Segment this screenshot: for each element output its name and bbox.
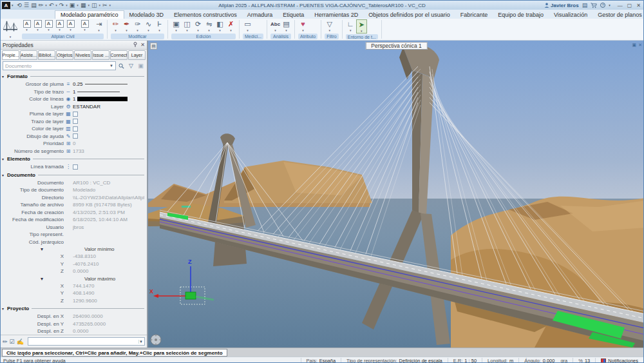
ribbon-tab-7[interactable]: Fabricante bbox=[455, 11, 493, 19]
pick-pen-icon[interactable]: ✏ bbox=[3, 338, 8, 345]
property-row[interactable]: Z0.0000 bbox=[2, 268, 144, 275]
dropdown-caret-icon[interactable]: ▾ bbox=[99, 3, 100, 7]
panel-filter-icon[interactable]: ▽ bbox=[127, 62, 135, 70]
property-row[interactable]: Tipo de documentoModelado bbox=[2, 186, 144, 194]
property-row[interactable]: Prioridad⊞0 bbox=[2, 140, 144, 148]
property-value[interactable]: 408.1490 bbox=[73, 290, 144, 296]
modify-pin-icon[interactable]: ✒▾ bbox=[121, 19, 132, 32]
dropdown-caret-icon[interactable]: ▾ bbox=[88, 3, 90, 7]
dropdown-caret-icon[interactable]: ▾ bbox=[109, 3, 111, 7]
dropdown-caret-icon[interactable]: ▾ bbox=[77, 3, 79, 7]
section-header[interactable]: ▾Documento bbox=[2, 171, 144, 179]
menu-icon[interactable]: ☰ bbox=[24, 2, 29, 8]
property-value[interactable]: jbros bbox=[73, 224, 144, 230]
property-row[interactable]: Color de líneas◉1 bbox=[2, 95, 144, 103]
property-row[interactable]: Dibujo de ayuda✎ bbox=[2, 133, 144, 141]
property-value[interactable]: ESTANDAR bbox=[73, 104, 144, 110]
bridge-modeler-icon[interactable]: ▾ bbox=[1, 19, 20, 40]
checkbox[interactable] bbox=[73, 164, 78, 170]
panel-tab-7[interactable]: Layer bbox=[128, 50, 146, 60]
property-value[interactable]: -438.8310 bbox=[73, 253, 144, 259]
cut-icon[interactable]: ✂ bbox=[102, 2, 108, 8]
viewport-menu-icon[interactable]: ▤ bbox=[150, 43, 157, 50]
delete-icon[interactable]: ✗▾ bbox=[225, 19, 236, 32]
panel-search-icon[interactable] bbox=[117, 62, 126, 70]
mirror-icon[interactable]: ⇋▾ bbox=[204, 19, 214, 32]
status-item-2[interactable]: E.R:1 : 50 bbox=[448, 358, 482, 363]
property-row[interactable]: Tipo represent. bbox=[2, 231, 144, 239]
report-icon[interactable]: ▤▾ bbox=[281, 19, 292, 32]
modify-pen-icon[interactable]: ✏▾ bbox=[110, 19, 121, 32]
user-chip[interactable]: Javier Bros bbox=[544, 3, 579, 8]
property-row[interactable]: Despl. en Y4735265.0000 bbox=[2, 320, 144, 328]
app-menu-caret-icon[interactable]: ▾ bbox=[12, 3, 14, 7]
ribbon-tab-10[interactable]: Gestor de planos bbox=[592, 11, 644, 19]
parametric-point-icon[interactable]: A▾ bbox=[21, 19, 32, 32]
property-value[interactable]: 0.0000 bbox=[73, 328, 144, 334]
app-logo[interactable]: A bbox=[2, 2, 10, 9]
property-value[interactable]: 8959 KB (9174798 Bytes) bbox=[73, 202, 144, 208]
apply-properties-icon[interactable]: ✍ bbox=[17, 338, 24, 345]
match-properties-icon[interactable]: ☑ bbox=[10, 338, 15, 345]
property-value[interactable]: 1 bbox=[73, 96, 144, 102]
color-swatch[interactable] bbox=[77, 97, 128, 101]
property-row[interactable]: Y-4076.2410 bbox=[2, 260, 144, 268]
property-value[interactable]: 1290.9600 bbox=[73, 298, 144, 304]
redo-icon[interactable]: ↷ bbox=[59, 2, 64, 8]
filter-funnel-icon[interactable]: ▽▾ bbox=[324, 19, 335, 32]
property-row[interactable]: Cód. jerárquico bbox=[2, 239, 144, 246]
navigation-compass-icon[interactable] bbox=[151, 335, 161, 345]
ribbon-tab-6[interactable]: Objetos definidos por el usuario bbox=[363, 11, 455, 19]
checkbox[interactable] bbox=[73, 112, 78, 117]
status-item-0[interactable]: País:España bbox=[301, 358, 341, 363]
property-row[interactable]: Grosor de pluma≡0.25 bbox=[2, 81, 144, 88]
dropdown-caret-icon[interactable]: ▾ bbox=[66, 3, 68, 7]
parametric-delete-icon[interactable]: A▾ bbox=[65, 19, 76, 32]
help-icon[interactable]: ? bbox=[600, 3, 605, 8]
property-row[interactable]: Usuariojbros bbox=[2, 224, 144, 231]
panel-tab-3[interactable]: Objetos bbox=[56, 50, 73, 60]
property-row[interactable]: X-438.8310 bbox=[2, 253, 144, 260]
save-icon[interactable]: ▤ bbox=[31, 2, 37, 8]
cart-icon[interactable] bbox=[591, 3, 597, 8]
section-collapse-icon[interactable]: ▾ bbox=[2, 74, 7, 79]
section-header[interactable]: ▾Valor máximo bbox=[2, 275, 144, 282]
section-collapse-icon[interactable]: ▾ bbox=[41, 246, 46, 252]
property-value[interactable]: 1733 bbox=[73, 148, 144, 154]
section-header[interactable]: ▾Formato bbox=[2, 72, 144, 81]
panel-tab-6[interactable]: Connect bbox=[110, 50, 128, 60]
text-analysis-icon[interactable]: Abc▾ bbox=[270, 19, 281, 32]
property-value[interactable]: AR100 : VC_CD bbox=[73, 180, 144, 186]
window-icon[interactable]: ▦ bbox=[80, 2, 86, 8]
property-row[interactable]: Y408.1490 bbox=[2, 289, 144, 297]
property-row[interactable]: Línea tramada⋮ bbox=[2, 163, 144, 171]
property-value[interactable]: 0 bbox=[73, 141, 144, 146]
modify-height-icon[interactable]: Ⱶ▾ bbox=[154, 19, 165, 32]
minimize-button[interactable]: — bbox=[618, 3, 623, 8]
panel-tab-1[interactable]: Asiste... bbox=[20, 50, 37, 60]
property-row[interactable]: Número de segmento⊞1733 bbox=[2, 148, 144, 155]
notifications-button[interactable]: Notificaciones bbox=[595, 358, 643, 363]
stretch-icon[interactable]: ◧▾ bbox=[214, 19, 225, 32]
ribbon-tab-4[interactable]: Etiqueta bbox=[278, 11, 309, 19]
undo-icon[interactable]: ↶ bbox=[49, 2, 54, 8]
section-header[interactable]: ▾Proyecto bbox=[2, 304, 144, 313]
property-row[interactable]: Color de layer▥ bbox=[2, 125, 144, 133]
measure-icon[interactable]: ▭▾ bbox=[242, 19, 253, 32]
selection-env-icon[interactable]: ➤▾ bbox=[356, 19, 367, 34]
property-value[interactable]: 4/13/2025, 2:51:03 PM bbox=[73, 210, 144, 215]
modify-spline-icon[interactable]: ∿▾ bbox=[143, 19, 154, 32]
copy-element-icon[interactable]: ▣▾ bbox=[171, 19, 182, 32]
property-value[interactable] bbox=[73, 164, 144, 170]
property-value[interactable]: 6/18/2025, 10:44:10 AM bbox=[73, 217, 144, 222]
property-row[interactable]: Fecha de modificación6/18/2025, 10:44:10… bbox=[2, 216, 144, 224]
property-row[interactable]: Tamaño de archivo8959 KB (9174798 Bytes) bbox=[2, 201, 144, 209]
panel-tab-2[interactable]: Bibliot... bbox=[38, 50, 55, 60]
parametric-line-icon[interactable]: A▾ bbox=[32, 19, 43, 32]
attribute-icon[interactable]: ♥▾ bbox=[298, 19, 308, 32]
property-value[interactable] bbox=[73, 112, 144, 117]
property-row[interactable]: Trazo de layer▦ bbox=[2, 118, 144, 126]
viewport-close-icon[interactable]: ✕ bbox=[638, 43, 642, 48]
property-row[interactable]: Z1290.9600 bbox=[2, 297, 144, 305]
property-value[interactable]: \\L-2GYW234\Data\Allplan\Allplan 20... bbox=[73, 195, 144, 201]
